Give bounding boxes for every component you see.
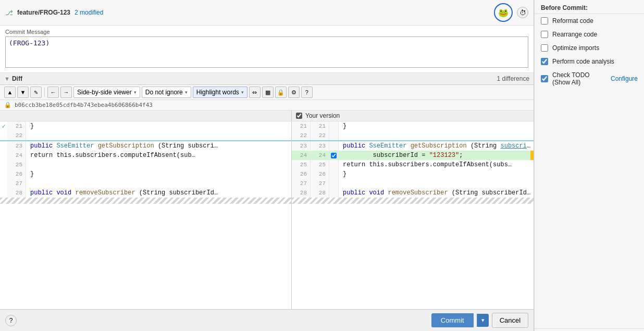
forward-btn[interactable]: →: [60, 87, 72, 98]
line-number-right: 22: [311, 131, 329, 140]
line-number: 28: [7, 188, 26, 198]
line-code: [26, 179, 291, 188]
table-row: 23 23 public SseEmitter getSubscription …: [292, 140, 534, 151]
line-indicator: [0, 169, 7, 179]
highlight-dropdown[interactable]: Highlight words ▾: [193, 87, 247, 98]
table-row: 27 27: [292, 179, 534, 188]
before-commit-title: Before Commit:: [535, 0, 644, 14]
line-number-left: 23: [292, 141, 311, 151]
line-indicator: [0, 160, 7, 169]
line-code: public SseEmitter getSubscription (Strin…: [26, 141, 291, 151]
line-checkbox-col: [329, 179, 339, 188]
commit-dropdown-arrow[interactable]: ▾: [477, 314, 489, 327]
diff-header: ▼ Diff 1 difference: [0, 73, 534, 85]
optimize-label: Optimize imports: [552, 44, 599, 52]
table-row: 26 }: [0, 169, 291, 179]
line-include-checkbox[interactable]: [331, 153, 337, 158]
settings-btn[interactable]: ⚙: [288, 87, 300, 98]
columns-btn[interactable]: ▦: [262, 87, 274, 98]
version-checkbox[interactable]: [296, 113, 302, 119]
commit-button[interactable]: Commit: [431, 313, 474, 327]
line-number: 27: [7, 179, 26, 188]
help-button[interactable]: ?: [5, 315, 17, 326]
right-divider: [535, 328, 644, 329]
todo-checkbox[interactable]: [541, 75, 548, 82]
green-tick-icon: ✓: [2, 122, 5, 130]
table-row: ✓ 21 }: [0, 121, 291, 131]
viewer-arrow: ▾: [134, 90, 137, 95]
line-checkbox-col: [329, 131, 339, 140]
line-indicator: ✓: [0, 121, 7, 131]
option-analyze-row: Perform code analysis: [535, 55, 644, 68]
method-span: removeSubscriber: [388, 189, 448, 197]
table-row: 22: [0, 131, 291, 140]
diff-right-scroll[interactable]: 21 21 } 22 22 23 23: [292, 121, 534, 309]
back-btn[interactable]: ←: [47, 87, 59, 98]
ignore-dropdown[interactable]: Do not ignore ▾: [142, 87, 191, 98]
version-bar: Your version: [0, 111, 534, 121]
change-marker: [530, 160, 534, 169]
line-number-right: 21: [311, 121, 329, 131]
cancel-button[interactable]: Cancel: [492, 313, 528, 328]
file-hash: b06ccb3be18e05cdfb4b743ebea4b606866b4f43: [15, 102, 153, 108]
table-row: 22 22: [292, 131, 534, 140]
line-number: 25: [7, 160, 26, 169]
reformat-label: Reformat code: [552, 17, 593, 24]
line-number-right: 28: [311, 188, 329, 198]
top-bar: ⎇ feature/FROG-123 2 modified 🐸 ⏱: [0, 0, 534, 26]
diff-count: 1 difference: [497, 75, 530, 82]
viewer-dropdown[interactable]: Side-by-side viewer ▾: [73, 87, 140, 98]
rearrange-checkbox[interactable]: [541, 31, 548, 38]
diff-collapse-arrow[interactable]: ▼: [4, 76, 10, 82]
code-string: "123123": [429, 152, 460, 159]
right-panel-spacer: [535, 89, 644, 326]
optimize-checkbox[interactable]: [541, 44, 548, 52]
line-code: subscriberId = "123123";: [339, 151, 530, 160]
line-code: return this.subscribers.computeIfAbsent(…: [339, 160, 530, 169]
commit-message-section: Commit Message (FROG-123): [0, 26, 534, 73]
code-text: (String subscriberId…: [452, 189, 530, 197]
table-row: 24 24 subscriberId = "123123";: [292, 151, 534, 160]
line-number-left: 22: [292, 131, 311, 140]
change-marker: [530, 188, 534, 198]
line-checkbox-col: [329, 121, 339, 131]
highlight-arrow: ▾: [241, 90, 244, 95]
option-optimize-row: Optimize imports: [535, 41, 644, 55]
help-btn-toolbar[interactable]: ?: [301, 87, 313, 98]
diff-toolbar: ▲ ▼ ✎ ← → Side-by-side viewer ▾ Do not i…: [0, 85, 534, 100]
line-code: public SseEmitter getSubscription (Strin…: [339, 141, 530, 151]
option-todo-row: Check TODO (Show All) Configure: [535, 68, 644, 89]
line-number: 22: [7, 131, 26, 140]
code-var: subscriberId: [373, 152, 418, 159]
reformat-checkbox[interactable]: [541, 17, 548, 24]
lock-btn[interactable]: 🔒: [275, 87, 287, 98]
method-span: getSubscription: [98, 142, 154, 150]
change-marker: [530, 121, 534, 131]
highlight-label: Highlight words: [196, 89, 239, 96]
diff-left-scroll[interactable]: ✓ 21 } 22 23 public SseEmitter: [0, 121, 291, 309]
analyze-checkbox[interactable]: [541, 58, 548, 65]
change-marker: [530, 141, 534, 151]
table-row: 23 public SseEmitter getSubscription (St…: [0, 140, 291, 151]
line-code: return this.subscribers.computeIfAbsent(…: [26, 151, 291, 160]
line-indicator: [0, 131, 7, 140]
branch-name: feature/FROG-123: [17, 9, 70, 16]
circle-icon[interactable]: 🐸: [494, 3, 513, 22]
commit-message-input[interactable]: (FROG-123): [5, 36, 528, 68]
table-row: 28 28 public void removeSubscriber (Stri…: [292, 188, 534, 198]
edit-btn[interactable]: ✎: [30, 87, 42, 98]
scroll-down-btn[interactable]: ▼: [17, 87, 29, 98]
align-btn[interactable]: ⇔: [249, 87, 261, 98]
line-indicator: [0, 188, 7, 198]
configure-link[interactable]: Configure: [611, 75, 638, 82]
before-commit-title-text: Before Commit:: [541, 4, 588, 11]
line-code: [26, 160, 291, 169]
scroll-up-btn[interactable]: ▲: [4, 87, 16, 98]
line-number-right: 23: [311, 141, 329, 151]
method-span: removeSubscriber: [75, 189, 135, 197]
todo-label: Check TODO (Show All): [552, 71, 606, 86]
history-icon[interactable]: ⏱: [517, 7, 528, 18]
table-row: 28 public void removeSubscriber (String …: [0, 188, 291, 198]
line-code: [339, 179, 530, 188]
modified-badge[interactable]: 2 modified: [75, 9, 103, 16]
